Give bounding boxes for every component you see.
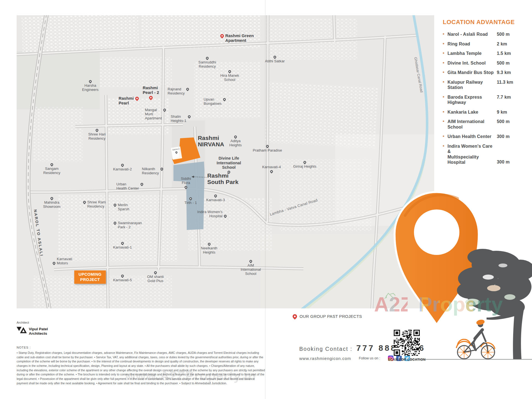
map-label-neelkanth: Neelkanth Heights xyxy=(197,243,222,255)
architect-logo xyxy=(17,325,27,335)
location-map: Rashmi Green Apartment Samruddhi Residen… xyxy=(17,15,434,308)
location-item: Narol - Aslali Road500 m xyxy=(443,32,531,37)
bullet-icon xyxy=(443,111,444,112)
red-map-pin-icon xyxy=(148,95,153,100)
map-pin-icon xyxy=(222,98,226,101)
upcoming-project-badge: UPCOMING PROJECT xyxy=(74,270,106,284)
red-map-pin-icon xyxy=(219,33,224,38)
map-label-harsha: Harsha Engineers xyxy=(76,80,105,92)
location-advantage-panel: LOCATION ADVANTAGE Narol - Aslali Road50… xyxy=(443,19,531,169)
map-label-nilkanth: Nilkanth Residency xyxy=(142,167,163,175)
map-label-karnavati-5: Karnavati-5 xyxy=(109,275,136,282)
cyclist-illustration xyxy=(456,319,495,359)
map-pin-icon xyxy=(214,194,218,198)
architect-name: Vipul Patel Architects xyxy=(29,327,48,336)
bullet-icon xyxy=(443,33,444,35)
map-label-shree-ram: Shree Ram Residency xyxy=(83,200,106,209)
notes-text: • Stamp Duty, Registration charges, Lega… xyxy=(17,351,265,385)
map-label-aim: AIM International School xyxy=(236,260,266,276)
map-label-swaminarayan: Swaminarayan Park - 2 xyxy=(114,221,142,229)
map-pin-icon xyxy=(249,259,253,263)
booking-label: Booking Contact : xyxy=(299,346,352,352)
map-label-upvan: Upvan Bungalows xyxy=(204,98,226,106)
map-pin-icon xyxy=(83,200,86,204)
map-pin-icon xyxy=(189,197,193,201)
map-label-shree-hari: Shree Hari Residency xyxy=(83,129,111,141)
map-pin-icon xyxy=(95,128,99,132)
map-label-rajnand: Rajnand Residency xyxy=(168,87,189,96)
location-item: Urban Health Center300 m xyxy=(443,134,531,139)
panel-title: LOCATION ADVANTAGE xyxy=(443,19,531,26)
map-pin-icon xyxy=(234,135,237,139)
map-pin-icon xyxy=(270,170,273,173)
scan-location-label: SCAN FOR LOCATION xyxy=(387,358,426,362)
map-label-pratham: Pratham Paradise xyxy=(247,145,288,153)
map-label-karnavati-motors: Karnavati Motors xyxy=(53,257,72,265)
map-label-merlin: Merlin Sparsh xyxy=(114,203,129,211)
website-link[interactable]: www.rashmiengicon.com xyxy=(299,356,351,361)
map-label-samruddhi: Samruddhi Residency xyxy=(194,57,221,69)
map-label-karnavati-2: Karnavati-2 xyxy=(109,164,136,172)
location-item: Baroda Express Highway7.7 km xyxy=(443,94,531,105)
location-item: Divine Int. School500 m xyxy=(443,60,531,66)
map-pin-icon xyxy=(163,108,167,112)
map-label-divine-life: Divine Life International School xyxy=(212,156,245,173)
follow-label: Follow us on : xyxy=(359,356,380,360)
brochure-page: Rashmi Green Apartment Samruddhi Residen… xyxy=(0,0,532,399)
location-item: AIM International School500 m xyxy=(443,119,531,130)
map-label-atithi: Atithi Satkar xyxy=(258,56,291,63)
map-pin-icon xyxy=(175,151,178,154)
map-label-karnavati-3: Karnavati-3 xyxy=(202,195,229,202)
map-pin-icon xyxy=(187,115,191,119)
map-pin-icon xyxy=(223,214,227,218)
map-pin-icon xyxy=(265,144,269,148)
map-label-mahindra: Mahindra Showroom xyxy=(37,197,67,209)
page-fold-line xyxy=(265,0,266,399)
map-pin-icon xyxy=(184,185,188,189)
bullet-icon xyxy=(443,52,444,54)
map-label-karnavati-4: Karnavati-4 xyxy=(258,165,285,173)
location-item: Indira Women's Care & Multispeciality Ho… xyxy=(443,144,531,165)
map-label-karnavati-1: Karnavati-1 xyxy=(109,242,136,250)
map-pin-icon xyxy=(303,160,307,164)
location-item: Kalupur Railway Station11.3 km xyxy=(443,80,531,90)
red-map-pin-icon xyxy=(134,96,139,101)
location-item: Gita Mandir Bus Stop9.3 km xyxy=(443,70,531,75)
bullet-icon xyxy=(443,43,444,44)
map-label-siddhi: Siddhi Flora xyxy=(176,177,196,189)
map-label-shalin: Shalin Heights-1 xyxy=(171,115,191,123)
bullet-icon xyxy=(443,81,444,83)
map-label-sangam: Sangam Residency xyxy=(39,163,64,175)
map-label-giriraj: Giriraj Heights xyxy=(290,161,320,169)
red-pin-icon xyxy=(292,313,298,319)
map-pin-icon xyxy=(88,80,92,83)
map-label-rashmi-pearl-2: Rashmi Pearl - 2 xyxy=(143,86,159,99)
location-item: Lambha Temple1.5 km xyxy=(443,51,531,56)
architect-label: Architect xyxy=(17,321,29,324)
map-pin-icon xyxy=(186,87,190,91)
tree-highlights xyxy=(465,264,515,305)
map-pin-icon xyxy=(50,163,54,167)
map-pin-icon xyxy=(205,56,209,60)
map-pin-icon xyxy=(121,274,124,278)
map-label-indira: Indira Women's Hospital xyxy=(197,210,227,218)
bullet-icon xyxy=(443,62,444,63)
map-label-satva: Satva-2 xyxy=(171,147,182,160)
map-label-rashmi-green: Rashmi Green Apartment xyxy=(220,34,254,43)
map-label-om-shanti: OM shanti Gold Plus xyxy=(143,271,168,283)
helmet-icon xyxy=(476,319,485,326)
map-label-rashmi-pearl: Rashmi Pearl xyxy=(119,96,139,106)
location-item: Ring Road2 km xyxy=(443,41,531,47)
bullet-icon xyxy=(443,135,444,137)
bullet-icon xyxy=(443,121,444,122)
map-label-urban-health: Urban Health Center xyxy=(116,182,143,191)
map-label-tirth: Tirth - 1 xyxy=(180,197,202,205)
map-pin-icon xyxy=(121,163,124,167)
bullet-icon xyxy=(443,71,444,73)
map-pin-icon xyxy=(154,271,157,275)
qr-code[interactable] xyxy=(394,330,420,356)
map-label-rashmi-south-park: Rashmi South Park xyxy=(207,173,239,185)
map-label-rashmi-nirvana: Rashmi NIRVANA xyxy=(198,135,224,147)
bullet-icon xyxy=(443,145,444,147)
map-pin-icon xyxy=(52,261,56,265)
